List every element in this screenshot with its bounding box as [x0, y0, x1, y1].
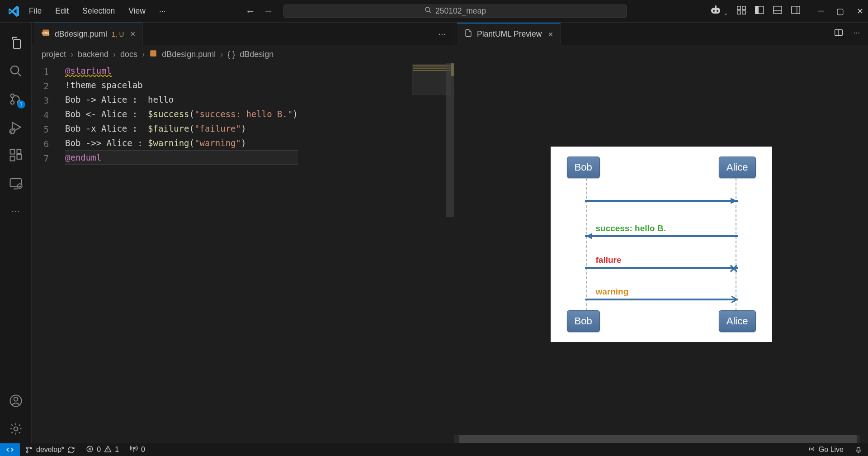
svg-rect-8 [742, 11, 745, 14]
code-line[interactable]: Bob -> Alice : hello [65, 92, 298, 107]
radio-tower-icon [130, 445, 138, 455]
activity-scm-icon[interactable]: 1 [0, 85, 32, 113]
editor-tab[interactable]: UML dBdesign.puml 1, U × [34, 23, 143, 45]
activity-extensions-icon[interactable] [0, 141, 32, 169]
message-arrow: warning [585, 287, 738, 300]
svg-rect-2 [715, 5, 717, 8]
svg-rect-7 [737, 11, 741, 14]
close-icon[interactable]: × [130, 29, 135, 39]
search-icon [425, 6, 432, 16]
activity-overflow-icon[interactable]: ··· [0, 197, 32, 225]
close-icon[interactable]: × [548, 29, 553, 39]
svg-point-13 [10, 66, 19, 74]
preview-tab[interactable]: PlantUML Preview × [457, 23, 561, 45]
svg-point-36 [811, 448, 813, 450]
chevron-right-icon: › [220, 50, 223, 59]
chevron-right-icon: › [113, 50, 116, 59]
status-ports[interactable]: 0 [124, 445, 151, 455]
menu-view[interactable]: View [122, 4, 152, 19]
svg-point-31 [26, 447, 28, 449]
menu-overflow-icon[interactable]: ··· [153, 4, 172, 19]
breadcrumb-seg[interactable]: dBdesign.puml [162, 50, 216, 59]
svg-rect-29 [150, 50, 156, 57]
status-notifications-icon[interactable] [849, 446, 868, 454]
status-problems[interactable]: 0 1 [80, 445, 124, 455]
activity-settings-icon[interactable] [0, 415, 32, 443]
menu-selection[interactable]: Selection [76, 4, 121, 19]
nav-back-icon[interactable]: ← [245, 5, 255, 17]
activity-debug-icon[interactable] [0, 113, 32, 141]
svg-point-25 [14, 397, 18, 401]
svg-text:UML: UML [42, 31, 50, 35]
horizontal-scrollbar[interactable] [454, 435, 860, 443]
chevron-right-icon: › [71, 50, 73, 59]
svg-rect-6 [742, 6, 745, 10]
window-minimize-icon[interactable]: ─ [818, 6, 824, 16]
activity-accounts-icon[interactable] [0, 387, 32, 415]
svg-rect-5 [737, 6, 741, 10]
activity-search-icon[interactable] [0, 57, 32, 85]
layout-customize-icon[interactable] [736, 5, 746, 17]
editor-tab-actions-icon[interactable]: ··· [430, 28, 454, 39]
puml-file-icon [149, 49, 157, 60]
branch-name: develop* [36, 446, 64, 454]
nav-forward-icon[interactable]: → [264, 5, 274, 17]
command-center[interactable]: 250102_meap [283, 5, 627, 18]
breadcrumb-seg[interactable]: dBdesign [240, 50, 274, 59]
remote-indicator-icon[interactable] [0, 443, 20, 456]
message-label: success: hello B. [596, 223, 738, 233]
actor-box: Alice [719, 310, 756, 332]
error-count: 0 [97, 446, 101, 454]
svg-rect-20 [17, 155, 21, 159]
svg-point-16 [10, 101, 14, 104]
editor-pane: UML dBdesign.puml 1, U × ··· project › b… [32, 23, 454, 443]
breadcrumb-seg[interactable]: docs [120, 50, 137, 59]
status-go-live[interactable]: Go Live [802, 445, 849, 455]
actor-box: Alice [719, 157, 756, 178]
scrollbar-thumb[interactable] [446, 63, 454, 217]
code-line[interactable]: Bob -x Alice : $failure("failure") [65, 121, 298, 136]
svg-rect-19 [10, 157, 14, 161]
toggle-secondary-sidebar-icon[interactable] [791, 5, 801, 17]
line-number: 1 [32, 64, 49, 79]
message-arrow: failure✕ [585, 255, 738, 269]
code-line[interactable]: !theme spacelab [65, 78, 298, 92]
copilot-icon[interactable]: ⌄ [710, 5, 728, 17]
breadcrumb[interactable]: project › backend › docs › dBdesign.puml… [32, 45, 454, 63]
toggle-primary-sidebar-icon[interactable] [755, 5, 764, 17]
titlebar: File Edit Selection View ··· ← → 250102_… [0, 0, 868, 23]
code-line[interactable]: Bob ->> Alice : $warning("warning") [65, 136, 298, 150]
main-menu: File Edit Selection View ··· [23, 4, 172, 19]
symbol-namespace-icon: { } [227, 50, 235, 59]
preview-tab-title: PlantUML Preview [477, 29, 542, 39]
breadcrumb-seg[interactable]: project [42, 50, 66, 59]
warning-icon [104, 445, 112, 455]
breadcrumb-seg[interactable]: backend [78, 50, 108, 59]
scm-badge: 1 [17, 100, 25, 109]
window-maximize-icon[interactable]: ▢ [836, 6, 844, 16]
window-close-icon[interactable]: ✕ [857, 6, 863, 16]
actor-box: Bob [567, 310, 600, 332]
line-number: 3 [32, 93, 49, 108]
arrow-line [585, 235, 738, 237]
menu-edit[interactable]: Edit [49, 4, 75, 19]
code-line[interactable]: @enduml [65, 150, 298, 165]
editor-tab-modified: 1, U [112, 30, 124, 38]
split-editor-icon[interactable] [834, 28, 843, 39]
code-line[interactable]: Bob <- Alice : $success("success: hello … [65, 107, 298, 121]
main-area: UML dBdesign.puml 1, U × ··· project › b… [32, 23, 868, 443]
code-line[interactable]: @startuml [65, 63, 298, 78]
message-arrow [585, 192, 738, 202]
menu-file[interactable]: File [23, 4, 48, 19]
scrollbar-thumb[interactable] [459, 435, 857, 443]
status-branch[interactable]: develop* [20, 446, 80, 454]
preview-body[interactable]: Bob Alice success: hello B.failure✕warni… [454, 45, 868, 443]
overflow-icon[interactable]: ··· [853, 28, 860, 39]
toggle-panel-icon[interactable] [773, 5, 783, 17]
activity-remote-explorer-icon[interactable] [0, 169, 32, 197]
svg-rect-18 [10, 150, 14, 154]
code-editor[interactable]: 1234567 @startuml!theme spacelabBob -> A… [32, 63, 454, 443]
activity-explorer-icon[interactable] [0, 29, 32, 57]
code-content[interactable]: @startuml!theme spacelabBob -> Alice : h… [59, 63, 298, 443]
svg-rect-10 [755, 6, 758, 14]
